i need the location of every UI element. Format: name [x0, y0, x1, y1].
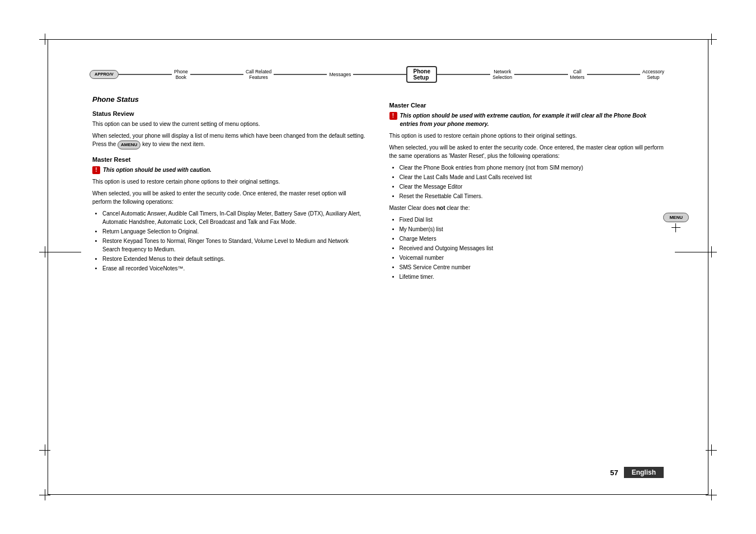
master-clear-warning: ! This option should be used with extrem… [389, 111, 664, 128]
nav-item-phone-book[interactable]: Phone Book [172, 69, 190, 80]
page-number: 57 [610, 469, 618, 477]
master-clear-para2: When selected, you will be asked to ente… [389, 143, 664, 160]
border-bottom [48, 494, 708, 495]
nav-item-call-meters[interactable]: Call Meters [568, 69, 587, 80]
language-label: English [624, 467, 664, 478]
nav-line-4 [353, 74, 406, 75]
master-clear-bullets-intro: Clear the Phone Book entries from phone … [400, 163, 664, 200]
not-clear-label: Master Clear does not clear the: [389, 204, 664, 212]
crosshair-top-left [39, 34, 50, 45]
nav-item-phone-setup[interactable]: Phone Setup [406, 66, 437, 83]
nav-line-7 [587, 74, 640, 75]
bullet-item: Restore Extended Menus to their default … [102, 255, 367, 263]
master-reset-para2: When selected, you will be asked to ente… [92, 189, 367, 206]
bullet-item: Charge Meters [400, 235, 664, 243]
bullet-item: Fixed Dial list [400, 216, 664, 224]
section-title: Phone Status [92, 95, 367, 104]
bullet-item: Voicemail number [400, 254, 664, 262]
nav-line-3 [274, 74, 327, 75]
nav-item-messages[interactable]: Messages [327, 72, 353, 77]
status-review-para1: This option can be used to view the curr… [92, 120, 367, 128]
mid-rule-right [675, 252, 708, 252]
master-clear-warning-text: This option should be used with extreme … [400, 111, 664, 128]
master-reset-para1: This option is used to restore certain p… [92, 177, 367, 186]
bullet-item: Cancel Automatic Answer, Audible Call Ti… [102, 209, 367, 226]
crosshair-mid-right [706, 246, 717, 257]
master-clear-heading: Master Clear [389, 102, 664, 109]
menu-button-icon: MENU [663, 213, 689, 222]
left-column: Phone Status Status Review This option c… [92, 95, 367, 428]
menu-crosshair [672, 223, 680, 232]
navigation-bar: APPRO/V Phone Book Call Related Features… [90, 60, 666, 88]
nav-item-network-selection[interactable]: Network Selection [490, 69, 514, 80]
bullet-item: Received and Outgoing Messages list [400, 244, 664, 252]
footer: 57 English [92, 467, 664, 478]
warning-icon: ! [92, 166, 100, 174]
crosshair-bottom-left [39, 444, 50, 456]
bullet-item: Lifetime timer. [400, 273, 664, 281]
crosshair-bottom-mid-left [39, 489, 50, 500]
bullet-item: Clear the Message Editor [400, 182, 664, 191]
master-clear-bullets-not: Fixed Dial list My Number(s) list Charge… [400, 216, 664, 281]
crosshair-bottom-right [706, 444, 717, 456]
border-right [708, 39, 708, 495]
crosshair-top-right [706, 34, 717, 45]
bullet-item: My Number(s) list [400, 225, 664, 233]
master-reset-heading: Master Reset [92, 156, 367, 163]
master-reset-warning-text: This option should be used with caution. [103, 166, 212, 174]
nav-line-1 [119, 74, 172, 75]
status-review-heading: Status Review [92, 110, 367, 117]
border-left [48, 39, 48, 495]
menu-button-area: MENU [663, 213, 689, 232]
warning-icon-2: ! [389, 112, 397, 120]
main-content: Phone Status Status Review This option c… [92, 95, 664, 428]
bullet-item: Reset the Resettable Call Timers. [400, 192, 664, 200]
border-top [48, 39, 708, 40]
crosshair-bottom-mid-right [706, 489, 717, 500]
nav-line-2 [190, 74, 243, 75]
bullet-item: Clear the Phone Book entries from phone … [400, 163, 664, 172]
amenu-key: AMENU [118, 140, 140, 149]
status-review-para2: When selected, your phone will display a… [92, 132, 367, 149]
nav-item-call-related[interactable]: Call Related Features [243, 69, 274, 80]
master-reset-bullets: Cancel Automatic Answer, Audible Call Ti… [102, 209, 367, 273]
nav-approx-button[interactable]: APPRO/V [90, 70, 119, 79]
mid-rule-left [48, 252, 81, 252]
bullet-item: Clear the Last Calls Made and Last Calls… [400, 173, 664, 181]
bullet-item: Erase all recorded VoiceNotes™. [102, 264, 367, 273]
bullet-item: Return Language Selection to Original. [102, 227, 367, 236]
bullet-item: Restore Keypad Tones to Normal, Ringer T… [102, 237, 367, 254]
crosshair-mid-left [39, 246, 50, 257]
nav-line-6 [514, 74, 567, 75]
nav-item-accessory-setup[interactable]: Accessory Setup [640, 69, 666, 80]
master-clear-para1: This option is used to restore certain p… [389, 132, 664, 140]
bullet-item: SMS Service Centre number [400, 263, 664, 271]
nav-line-5 [437, 74, 490, 75]
page: APPRO/V Phone Book Call Related Features… [0, 0, 756, 534]
right-column: Master Clear ! This option should be use… [389, 95, 664, 428]
master-reset-warning: ! This option should be used with cautio… [92, 166, 367, 174]
